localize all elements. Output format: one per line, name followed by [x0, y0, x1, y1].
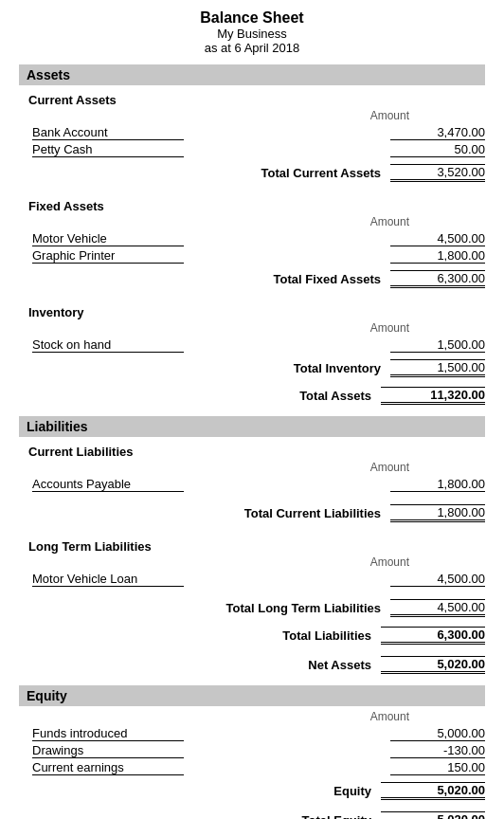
item-amount: 1,800.00 — [390, 477, 485, 492]
company-name: My Business — [19, 27, 485, 41]
item-label: Motor Vehicle — [32, 231, 184, 246]
item-label: Funds introduced — [32, 726, 184, 741]
line-item: Graphic Printer 1,800.00 — [19, 247, 485, 264]
equity-section-header: Equity — [19, 685, 485, 706]
current-assets-amount-header: Amount — [19, 109, 485, 122]
line-item: Petty Cash 50.00 — [19, 141, 485, 158]
fixed-assets-title: Fixed Assets — [28, 199, 485, 213]
line-item: Motor Vehicle 4,500.00 — [19, 230, 485, 247]
item-label: Accounts Payable — [32, 477, 184, 492]
current-liabilities-amount-header: Amount — [19, 461, 485, 474]
fixed-assets-amount-header: Amount — [19, 215, 485, 228]
current-liabilities-title: Current Liabilities — [28, 445, 485, 459]
item-label: Current earnings — [32, 760, 184, 775]
item-label: Petty Cash — [32, 142, 184, 157]
fixed-assets-total: 6,300.00 — [390, 270, 485, 288]
inventory-total-label: Total Inventory — [294, 361, 381, 375]
report-date: as at 6 April 2018 — [19, 41, 485, 55]
item-label: Drawings — [32, 743, 184, 758]
net-assets-amount: 5,020.00 — [381, 656, 485, 674]
item-amount: 5,000.00 — [390, 726, 485, 741]
report-header: Balance Sheet My Business as at 6 April … — [19, 9, 485, 55]
item-amount: 4,500.00 — [390, 572, 485, 587]
total-liabilities-label: Total Liabilities — [282, 628, 371, 643]
line-item: Accounts Payable 1,800.00 — [19, 476, 485, 493]
total-liabilities-amount: 6,300.00 — [381, 627, 485, 645]
fixed-assets-total-label: Total Fixed Assets — [274, 272, 381, 286]
current-assets-title: Current Assets — [28, 93, 485, 107]
item-amount: 50.00 — [390, 142, 485, 157]
inventory-total-row: Total Inventory 1,500.00 — [19, 355, 485, 381]
current-assets-total-row: Total Current Assets 3,520.00 — [19, 160, 485, 186]
total-equity-row: Total Equity 5,020.00 — [19, 806, 485, 819]
line-item: Stock on hand 1,500.00 — [19, 337, 485, 354]
net-assets-row: Net Assets 5,020.00 — [19, 650, 485, 680]
total-liabilities-row: Total Liabilities 6,300.00 — [19, 621, 485, 650]
line-item: Drawings -130.00 — [19, 742, 485, 759]
inventory-amount-header: Amount — [19, 321, 485, 335]
inventory-title: Inventory — [28, 305, 485, 319]
total-assets-row: Total Assets 11,320.00 — [19, 381, 485, 410]
equity-amount-header: Amount — [19, 710, 485, 723]
current-assets-total: 3,520.00 — [390, 164, 485, 182]
report-title: Balance Sheet — [19, 9, 485, 27]
current-liabilities-total: 1,800.00 — [390, 504, 485, 522]
item-amount: 4,500.00 — [390, 231, 485, 246]
inventory-total: 1,500.00 — [390, 359, 485, 377]
current-liabilities-total-label: Total Current Liabilities — [244, 506, 381, 520]
total-equity-label: Total Equity — [302, 813, 371, 819]
item-amount: -130.00 — [390, 743, 485, 758]
item-label: Bank Account — [32, 125, 184, 140]
item-label: Graphic Printer — [32, 248, 184, 264]
long-term-liabilities-amount-header: Amount — [19, 555, 485, 569]
equity-subtotal-amount: 5,020.00 — [381, 782, 485, 800]
equity-subtotal-label: Equity — [333, 784, 371, 798]
assets-section-header: Assets — [19, 64, 485, 85]
current-assets-total-label: Total Current Assets — [261, 166, 381, 180]
line-item: Bank Account 3,470.00 — [19, 124, 485, 141]
line-item: Current earnings 150.00 — [19, 759, 485, 776]
item-amount: 150.00 — [390, 760, 485, 775]
long-term-liabilities-total: 4,500.00 — [390, 599, 485, 617]
net-assets-label: Net Assets — [308, 658, 371, 672]
equity-subtotal-row: Equity 5,020.00 — [19, 776, 485, 806]
item-label: Stock on hand — [32, 337, 184, 353]
page: Balance Sheet My Business as at 6 April … — [0, 0, 504, 819]
item-amount: 1,800.00 — [390, 248, 485, 264]
item-amount: 1,500.00 — [390, 337, 485, 353]
long-term-liabilities-title: Long Term Liabilities — [28, 539, 485, 554]
item-label: Motor Vehicle Loan — [32, 572, 184, 587]
liabilities-section-header: Liabilities — [19, 416, 485, 437]
fixed-assets-total-row: Total Fixed Assets 6,300.00 — [19, 266, 485, 292]
total-equity-amount: 5,020.00 — [381, 811, 485, 819]
long-term-liabilities-total-row: Total Long Term Liabilities 4,500.00 — [19, 595, 485, 621]
long-term-liabilities-total-label: Total Long Term Liabilities — [226, 601, 381, 615]
line-item: Motor Vehicle Loan 4,500.00 — [19, 571, 485, 588]
total-assets-amount: 11,320.00 — [381, 387, 485, 405]
current-liabilities-total-row: Total Current Liabilities 1,800.00 — [19, 500, 485, 526]
line-item: Funds introduced 5,000.00 — [19, 725, 485, 742]
item-amount: 3,470.00 — [390, 125, 485, 140]
total-assets-label: Total Assets — [299, 389, 371, 403]
